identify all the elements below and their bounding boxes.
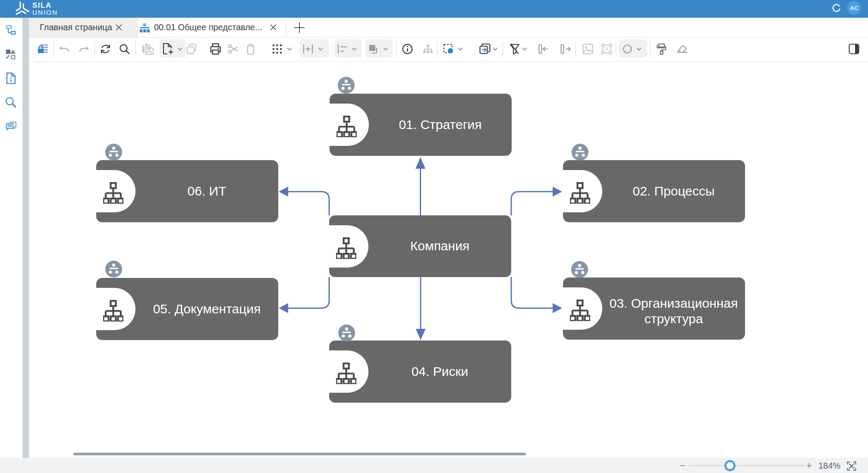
svg-text:A: A xyxy=(605,46,609,52)
